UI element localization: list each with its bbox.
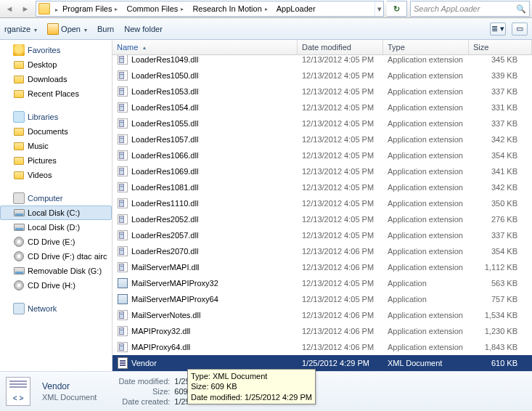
file-row[interactable]: LoaderRes1054.dll 12/13/2012 4:05 PM App…	[112, 99, 532, 115]
file-row[interactable]: LoaderRes1069.dll 12/13/2012 4:05 PM App…	[112, 163, 532, 179]
file-name: LoaderRes2070.dll	[131, 247, 198, 256]
view-options-button[interactable]: ≣ ▾	[490, 23, 506, 36]
file-row[interactable]: LoaderRes2057.dll 12/13/2012 4:05 PM App…	[112, 227, 532, 243]
nav-item[interactable]: Local Disk (C:)	[0, 206, 112, 220]
nav-item[interactable]: Local Disk (D:)	[0, 220, 112, 235]
nav-item[interactable]: Music	[0, 139, 112, 153]
file-date: 12/13/2012 4:06 PM	[298, 247, 383, 256]
file-type: Application extension	[383, 215, 469, 224]
breadcrumb[interactable]: Program Files Common Files Research In M…	[36, 1, 384, 17]
favorites-icon	[13, 44, 25, 56]
nav-item[interactable]: Pictures	[0, 153, 112, 168]
file-date: 12/13/2012 4:06 PM	[298, 343, 383, 351]
open-button[interactable]: Open	[47, 23, 87, 35]
nav-item[interactable]: CD Drive (H:)	[0, 278, 112, 293]
file-list[interactable]: LoaderRes1049.dll 12/13/2012 4:05 PM App…	[112, 55, 532, 371]
file-row[interactable]: Vendor 1/25/2012 4:29 PM XML Document 61…	[112, 355, 532, 371]
cd-icon	[13, 236, 25, 248]
nav-item[interactable]: Recent Places	[0, 86, 112, 101]
file-row[interactable]: LoaderRes1081.dll 12/13/2012 4:05 PM App…	[112, 179, 532, 195]
nav-item[interactable]: Removable Disk (G:)	[0, 264, 112, 278]
navigation-pane[interactable]: Favorites Desktop Downloads Recent Place…	[0, 40, 112, 371]
file-row[interactable]: LoaderRes1053.dll 12/13/2012 4:05 PM App…	[112, 84, 532, 99]
file-row[interactable]: MailServerMAPI.dll 12/13/2012 4:06 PM Ap…	[112, 259, 532, 275]
file-row[interactable]: LoaderRes1057.dll 12/13/2012 4:05 PM App…	[112, 131, 532, 147]
nav-item[interactable]: Downloads	[0, 72, 112, 86]
file-date: 12/13/2012 4:05 PM	[298, 71, 383, 80]
organize-button[interactable]: rganize	[4, 25, 37, 33]
file-row[interactable]: MAPIProxy32.dll 12/13/2012 4:06 PM Appli…	[112, 323, 532, 339]
breadcrumb-item[interactable]: Program Files	[58, 1, 122, 16]
column-type[interactable]: Type	[383, 40, 469, 54]
file-name: LoaderRes1057.dll	[131, 135, 198, 144]
network-icon	[13, 303, 25, 314]
libraries-header[interactable]: Libraries	[0, 110, 112, 124]
network-header[interactable]: Network	[0, 301, 112, 316]
dll-icon	[117, 86, 128, 97]
nav-item[interactable]: Desktop	[0, 57, 112, 72]
file-size: 354 KB	[469, 247, 532, 256]
file-size: 1,112 KB	[469, 263, 532, 272]
file-row[interactable]: MAPIProxy64.dll 12/13/2012 4:06 PM Appli…	[112, 339, 532, 355]
back-button[interactable]: ◄	[2, 1, 17, 16]
column-size[interactable]: Size	[469, 40, 532, 54]
column-name[interactable]: Name	[112, 40, 298, 54]
file-date: 12/13/2012 4:05 PM	[298, 135, 383, 144]
breadcrumb-item[interactable]: AppLoader	[272, 1, 320, 16]
file-type: Application extension	[383, 247, 469, 256]
file-row[interactable]: MailServerNotes.dll 12/13/2012 4:06 PM A…	[112, 307, 532, 323]
file-name: LoaderRes1049.dll	[131, 55, 198, 64]
file-type: Application extension	[383, 103, 469, 112]
search-input[interactable]: Search AppLoader 🔍	[410, 1, 530, 17]
search-icon: 🔍	[516, 4, 526, 14]
file-row[interactable]: LoaderRes1110.dll 12/13/2012 4:05 PM App…	[112, 195, 532, 211]
file-row[interactable]: LoaderRes2070.dll 12/13/2012 4:06 PM App…	[112, 243, 532, 259]
file-type: XML Document	[383, 359, 469, 367]
file-row[interactable]: LoaderRes1055.dll 12/13/2012 4:05 PM App…	[112, 115, 532, 131]
nav-item[interactable]: Documents	[0, 124, 112, 139]
forward-button[interactable]: ►	[18, 1, 33, 16]
favorites-header[interactable]: Favorites	[0, 43, 112, 57]
file-type: Application extension	[383, 327, 469, 335]
nav-item[interactable]: Videos	[0, 168, 112, 182]
tooltip-line: Type: XML Document	[191, 371, 312, 381]
file-size: 331 KB	[469, 103, 532, 112]
details-prop-key: Size:	[118, 387, 170, 396]
file-size: 337 KB	[469, 119, 532, 128]
file-date: 12/13/2012 4:05 PM	[298, 119, 383, 128]
file-row[interactable]: LoaderRes1066.dll 12/13/2012 4:05 PM App…	[112, 147, 532, 163]
details-pane: Vendor XML Document Date modified: 1/25/…	[0, 371, 532, 411]
column-date[interactable]: Date modified	[298, 40, 383, 54]
file-list-area: Name Date modified Type Size LoaderRes10…	[112, 40, 532, 371]
computer-header[interactable]: Computer	[0, 191, 112, 206]
libraries-icon	[13, 111, 25, 123]
burn-button[interactable]: Burn	[97, 25, 114, 33]
file-date: 12/13/2012 4:05 PM	[298, 231, 383, 240]
breadcrumb-item[interactable]: Common Files	[122, 1, 188, 16]
tooltip-line: Size: 609 KB	[191, 381, 312, 391]
details-filetype: XML Document	[42, 393, 97, 402]
file-date: 12/13/2012 4:06 PM	[298, 311, 383, 320]
file-row[interactable]: MailServerMAPIProxy32 12/13/2012 4:05 PM…	[112, 275, 532, 291]
dll-icon	[117, 213, 128, 225]
preview-pane-button[interactable]: ▭	[512, 23, 528, 36]
refresh-button[interactable]: ↻	[387, 1, 407, 17]
file-row[interactable]: LoaderRes1049.dll 12/13/2012 4:05 PM App…	[112, 55, 532, 68]
file-size: 350 KB	[469, 199, 532, 208]
file-date: 1/25/2012 4:29 PM	[298, 359, 383, 367]
file-row[interactable]: MailServerMAPIProxy64 12/13/2012 4:05 PM…	[112, 291, 532, 307]
nav-item[interactable]: CD Drive (F:) dtac airc	[0, 249, 112, 264]
file-row[interactable]: LoaderRes2052.dll 12/13/2012 4:05 PM App…	[112, 211, 532, 227]
new-folder-button[interactable]: New folder	[124, 25, 163, 33]
file-row[interactable]: LoaderRes1050.dll 12/13/2012 4:05 PM App…	[112, 68, 532, 84]
dll-icon	[117, 325, 128, 337]
file-size: 563 KB	[469, 279, 532, 288]
file-name: Vendor	[131, 359, 157, 367]
breadcrumb-dropdown[interactable]: ▾	[375, 1, 383, 16]
nav-item[interactable]: CD Drive (E:)	[0, 235, 112, 249]
nav-item-label: Local Disk (C:)	[28, 208, 80, 217]
breadcrumb-item[interactable]: Research In Motion	[188, 1, 271, 16]
file-type: Application extension	[383, 135, 469, 144]
file-size: 342 KB	[469, 135, 532, 144]
file-size: 757 KB	[469, 295, 532, 304]
